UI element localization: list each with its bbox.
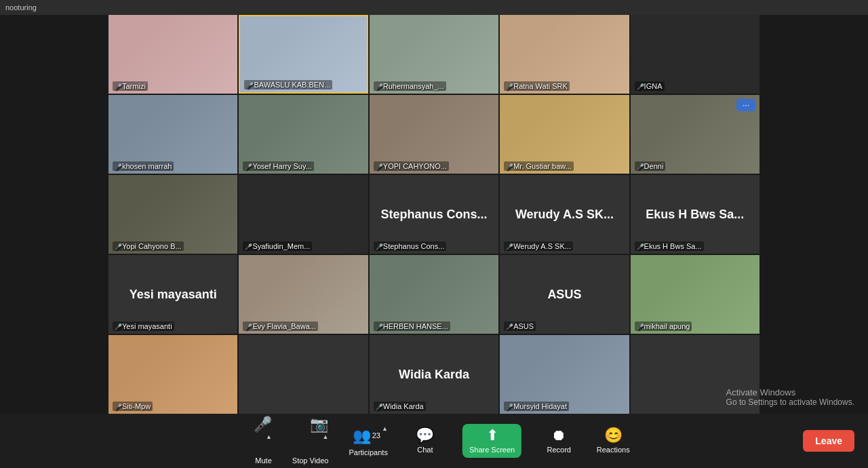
participant-display-name: Werudy A.S SK... xyxy=(515,208,614,222)
video-cell xyxy=(631,335,760,414)
participant-display-name: Yesi mayasanti xyxy=(130,288,217,302)
video-cell: ASUS🎤ASUS xyxy=(500,255,629,334)
participant-name-bar: 🎤Ruhermansyah_... xyxy=(374,81,446,91)
mic-status-icon: 🎤 xyxy=(245,163,250,169)
mic-status-icon: 🎤 xyxy=(115,324,120,329)
video-cell: 🎤mikhail apung xyxy=(631,255,760,334)
mic-status-icon: 🎤 xyxy=(376,83,381,89)
video-cell: 🎤Yopi Cahyono B... xyxy=(108,175,237,254)
mic-status-icon: 🎤 xyxy=(245,243,250,249)
participant-name-text: Yopi Cahyono B... xyxy=(122,242,182,250)
video-cell: 🎤Yosef Harry Suy... xyxy=(239,95,368,174)
video-cell: Ekus H Bws Sa...🎤Ekus H Bws Sa... xyxy=(631,175,760,254)
participant-name-bar: 🎤YOPI CAHYONO... xyxy=(374,161,449,171)
participant-name-text: Stephanus Cons... xyxy=(383,242,445,250)
video-arrow: ▲ xyxy=(323,433,329,440)
participant-name-text: Ekus H Bws Sa... xyxy=(644,242,702,250)
mic-status-icon: 🎤 xyxy=(506,243,511,249)
participant-name-text: Tarmizi xyxy=(122,82,146,90)
mic-status-icon: 🎤 xyxy=(506,324,511,329)
share-screen-button[interactable]: ⬆ Share Screen xyxy=(462,424,521,458)
mic-status-icon: 🎤 xyxy=(637,83,642,89)
mic-status-icon: 🎤 xyxy=(506,83,511,89)
participant-name-bar: 🎤Mr. Gustiar baw... xyxy=(504,161,574,171)
chat-label: Chat xyxy=(417,446,433,454)
mute-label: Mute xyxy=(255,456,271,465)
mic-status-icon: 🎤 xyxy=(115,83,120,89)
participant-name-text: Siti-Mpw xyxy=(122,402,151,410)
participant-name-text: Werudy A.S SK... xyxy=(513,242,571,250)
participant-name-text: Denni xyxy=(644,162,664,170)
video-cell: 🎤Syafiudin_Mem... xyxy=(239,175,368,254)
stop-video-label: Stop Video xyxy=(292,456,329,465)
video-cell: 🎤IGNA xyxy=(631,15,760,94)
participant-display-name: Ekus H Bws Sa... xyxy=(646,208,744,222)
chat-icon: 💬 xyxy=(416,428,434,443)
participant-name-bar: 🎤BAWASLU KAB.BEN... xyxy=(244,80,332,90)
video-cell: 🎤HERBEN HANSE... xyxy=(370,255,498,334)
participant-name-bar: 🎤mikhail apung xyxy=(635,321,692,331)
mute-icon: 🎤 xyxy=(254,417,272,432)
video-cell: Werudy A.S SK...🎤Werudy A.S SK... xyxy=(500,175,629,254)
mic-status-icon: 🎤 xyxy=(637,324,642,329)
participant-display-name: Stephanus Cons... xyxy=(380,208,487,222)
mute-arrow: ▲ xyxy=(266,433,272,440)
participant-name-text: Yesi mayasanti xyxy=(122,322,172,330)
mute-button[interactable]: 🎤 ▲ Mute xyxy=(238,417,272,465)
participant-name-bar: 🎤Tarmizi xyxy=(113,81,148,91)
video-cell: 🎤BAWASLU KAB.BEN... xyxy=(239,15,368,94)
toolbar: 🎤 ▲ Mute 📷 ▲ Stop Video 👥 23 ▲ Participa… xyxy=(0,414,868,468)
mic-status-icon: 🎤 xyxy=(376,404,381,409)
participant-name-text: mikhail apung xyxy=(644,322,690,330)
participant-name-bar: 🎤Stephanus Cons... xyxy=(374,241,447,251)
participant-name-text: Ruhermansyah_... xyxy=(383,82,444,90)
participants-count-badge: 23 xyxy=(372,431,380,440)
participant-name-bar: 🎤Mursyid Hidayat xyxy=(504,402,569,411)
video-cell: ···🎤Denni xyxy=(631,95,760,174)
participant-name-text: Ratna Wati SRK xyxy=(513,82,568,90)
video-cell: 🎤Siti-Mpw xyxy=(108,335,237,414)
mic-status-icon: 🎤 xyxy=(246,82,252,87)
participant-name-bar: 🎤Denni xyxy=(635,161,666,171)
participant-name-bar: 🎤Ekus H Bws Sa... xyxy=(635,241,704,251)
mic-status-icon: 🎤 xyxy=(245,324,250,329)
chat-button[interactable]: 💬 Chat xyxy=(408,428,442,454)
empty-video-placeholder xyxy=(631,335,760,414)
participant-name-text: YOPI CAHYONO... xyxy=(383,162,447,170)
empty-video-placeholder xyxy=(239,335,368,414)
participant-name-text: Widia Karda xyxy=(383,402,424,410)
participant-name-text: Mr. Gustiar baw... xyxy=(513,162,572,170)
share-screen-label: Share Screen xyxy=(469,446,515,454)
reactions-icon: 😊 xyxy=(604,428,623,443)
share-screen-icon: ⬆ xyxy=(486,428,498,443)
participant-name-bar: 🎤Siti-Mpw xyxy=(113,402,153,411)
video-cell: 🎤Ratna Wati SRK xyxy=(500,15,629,94)
mic-status-icon: 🎤 xyxy=(506,163,511,169)
participant-display-name: Widia Karda xyxy=(399,368,469,382)
leave-button[interactable]: Leave xyxy=(803,430,854,452)
participant-name-text: HERBEN HANSE... xyxy=(383,322,448,330)
stop-video-button[interactable]: 📷 ▲ Stop Video xyxy=(292,417,329,465)
title-bar-text: nooturing xyxy=(5,3,37,12)
participant-name-text: khosen marrah xyxy=(122,162,172,170)
more-options-button[interactable]: ··· xyxy=(736,99,755,111)
participants-button[interactable]: 👥 23 ▲ Participants xyxy=(349,425,387,456)
participant-name-bar: 🎤Yesi mayasanti xyxy=(113,321,174,331)
video-cell: 🎤Evy Flavia_Bawa... xyxy=(239,255,368,334)
record-button[interactable]: ⏺ Record xyxy=(542,428,576,454)
participant-display-name: ASUS xyxy=(547,288,581,302)
video-cell: Stephanus Cons...🎤Stephanus Cons... xyxy=(370,175,498,254)
participant-name-bar: 🎤Werudy A.S SK... xyxy=(504,241,573,251)
video-grid: 🎤Tarmizi🎤BAWASLU KAB.BEN...🎤Ruhermansyah… xyxy=(108,15,760,414)
participant-name-text: IGNA xyxy=(644,82,663,90)
video-cell: 🎤Mr. Gustiar baw... xyxy=(500,95,629,174)
video-cell xyxy=(239,335,368,414)
reactions-button[interactable]: 😊 Reactions xyxy=(596,428,630,454)
video-cell: 🎤Tarmizi xyxy=(108,15,237,94)
mic-status-icon: 🎤 xyxy=(637,243,642,249)
video-cell: 🎤Mursyid Hidayat xyxy=(500,335,629,414)
mic-status-icon: 🎤 xyxy=(376,163,381,169)
mic-status-icon: 🎤 xyxy=(637,163,642,169)
participants-arrow: ▲ xyxy=(382,425,388,432)
participant-name-bar: 🎤Yosef Harry Suy... xyxy=(243,161,313,171)
